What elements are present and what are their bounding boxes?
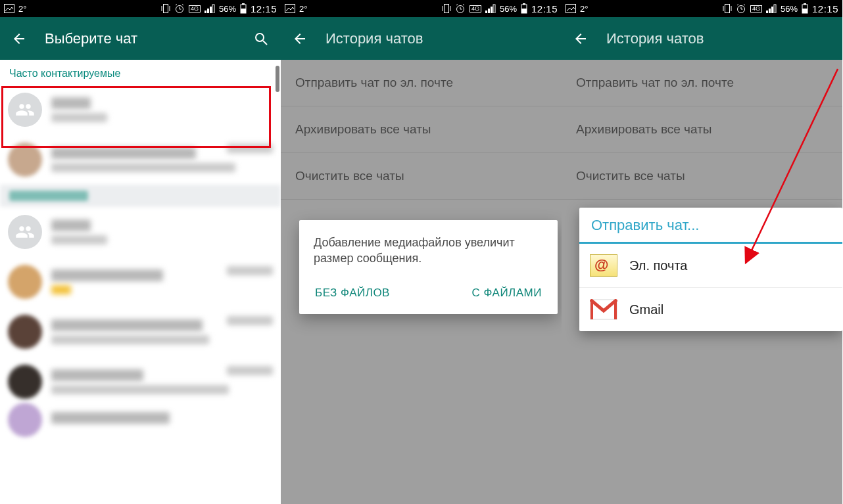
avatar: [8, 93, 42, 127]
chat-item[interactable]: [0, 85, 281, 135]
back-button[interactable]: [571, 31, 590, 47]
svg-rect-1: [163, 5, 168, 13]
settings-list: Отправить чат по эл. почте Архивировать …: [281, 60, 562, 200]
svg-rect-19: [444, 5, 448, 13]
page-title: Выберите чат: [45, 30, 248, 47]
battery-percent: 56%: [500, 4, 517, 14]
avatar: [8, 315, 42, 349]
chat-item[interactable]: [0, 135, 281, 185]
page-title: История чатов: [325, 30, 555, 47]
svg-line-17: [263, 41, 267, 45]
network-4g-icon: 4G: [470, 5, 481, 12]
share-option-label: Gmail: [629, 302, 663, 317]
chat-item[interactable]: [0, 207, 281, 257]
status-bar: 2° 4G 56% 12:15: [562, 0, 842, 17]
svg-rect-10: [207, 9, 209, 13]
svg-line-7: [176, 5, 177, 6]
battery-icon: [240, 3, 247, 14]
settings-item-archive-all[interactable]: Архивировать все чаты: [562, 106, 842, 153]
svg-rect-43: [766, 11, 768, 13]
weather-temp: 2°: [299, 4, 307, 14]
svg-point-16: [256, 34, 264, 41]
svg-rect-12: [212, 5, 214, 13]
without-files-button[interactable]: БЕЗ ФАЙЛОВ: [314, 283, 391, 304]
weather-temp: 2°: [18, 4, 26, 14]
svg-rect-15: [242, 3, 245, 5]
svg-rect-29: [491, 7, 493, 13]
back-button[interactable]: [290, 31, 310, 47]
avatar: [8, 365, 42, 399]
svg-rect-49: [804, 3, 806, 5]
svg-rect-32: [521, 9, 527, 13]
alarm-icon: [174, 3, 185, 14]
avatar: [8, 215, 42, 249]
screen-chat-history-dialog: 2° 4G 56% 12:15 История чатов Отправить …: [281, 0, 562, 504]
share-option-label: Эл. почта: [629, 258, 688, 273]
app-bar: История чатов: [281, 17, 562, 60]
svg-line-42: [744, 5, 745, 6]
status-bar: 2° 4G 56% 12:15: [0, 0, 281, 17]
chat-item[interactable]: [0, 407, 281, 433]
share-option-gmail[interactable]: Gmail: [579, 288, 842, 331]
screen-select-chat: 2° 4G 56% 12:15 Выберите чат: [0, 0, 281, 504]
signal-icon: [205, 4, 215, 13]
vibrate-icon: [723, 3, 732, 14]
app-bar: История чатов: [562, 17, 842, 60]
section-recent-chats: [0, 185, 281, 207]
vibrate-icon: [161, 3, 170, 14]
network-4g-icon: 4G: [189, 5, 201, 12]
alarm-icon: [455, 3, 466, 14]
clock-time: 12:15: [812, 3, 838, 14]
media-dialog: Добавление медиафайлов увеличит размер с…: [299, 220, 558, 314]
settings-item-clear-all[interactable]: Очистить все чаты: [562, 153, 842, 200]
avatar: [8, 143, 42, 177]
signal-icon: [485, 4, 496, 13]
network-4g-icon: 4G: [750, 5, 762, 12]
battery-percent: 56%: [219, 4, 236, 14]
svg-line-26: [463, 5, 464, 6]
chat-list[interactable]: [0, 85, 281, 433]
svg-rect-33: [523, 3, 525, 5]
with-files-button[interactable]: С ФАЙЛАМИ: [471, 283, 543, 304]
search-button[interactable]: [248, 31, 274, 47]
svg-line-41: [737, 5, 738, 6]
battery-icon: [802, 3, 808, 14]
status-bar: 2° 4G 56% 12:15: [281, 0, 562, 17]
image-icon: [285, 4, 295, 13]
svg-rect-44: [769, 9, 771, 13]
settings-item-email-chat[interactable]: Отправить чат по эл. почте: [281, 60, 562, 106]
screen-chat-history-share: 2° 4G 56% 12:15 История чатов Отправить …: [562, 0, 842, 504]
svg-rect-46: [774, 5, 776, 13]
settings-item-clear-all[interactable]: Очистить все чаты: [281, 153, 562, 200]
svg-rect-9: [205, 11, 206, 13]
settings-item-email-chat[interactable]: Отправить чат по эл. почте: [562, 60, 842, 106]
share-option-email[interactable]: @ Эл. почта: [579, 244, 842, 288]
scrollbar-thumb[interactable]: [276, 66, 279, 92]
settings-list: Отправить чат по эл. почте Архивировать …: [562, 60, 842, 200]
back-button[interactable]: [9, 31, 29, 47]
dialog-message: Добавление медиафайлов увеличит размер с…: [314, 235, 543, 267]
svg-line-25: [456, 5, 458, 6]
image-icon: [4, 4, 14, 13]
svg-rect-48: [802, 9, 807, 13]
vibrate-icon: [442, 3, 451, 14]
svg-rect-45: [771, 7, 773, 13]
gmail-app-icon: [590, 296, 617, 323]
svg-rect-52: [614, 300, 617, 319]
weather-temp: 2°: [580, 4, 588, 14]
clock-time: 12:15: [251, 3, 277, 14]
chat-item[interactable]: [0, 307, 281, 357]
email-app-icon: @: [590, 252, 617, 279]
page-title: История чатов: [606, 30, 836, 47]
chat-item[interactable]: [0, 357, 281, 407]
avatar: [8, 265, 42, 299]
chat-item[interactable]: [0, 257, 281, 307]
app-bar: Выберите чат: [0, 17, 281, 60]
svg-rect-51: [590, 300, 593, 319]
alarm-icon: [736, 3, 746, 14]
svg-rect-27: [485, 11, 487, 13]
settings-item-archive-all[interactable]: Архивировать все чаты: [281, 106, 562, 153]
sheet-title: Отправить чат...: [579, 208, 842, 244]
battery-percent: 56%: [781, 4, 798, 14]
image-icon: [566, 4, 576, 13]
